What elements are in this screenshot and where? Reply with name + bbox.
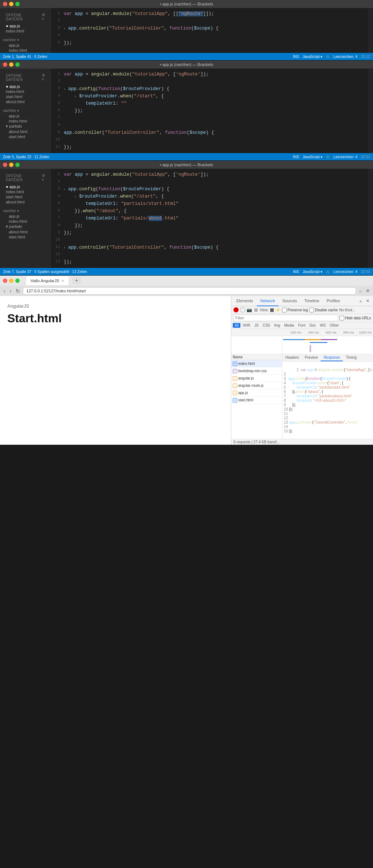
filter-font[interactable]: Font [296, 323, 307, 328]
disable-cache-label[interactable]: Disable cache [309, 308, 338, 312]
preserve-log-label[interactable]: Preserve log [282, 308, 308, 312]
devtools-close[interactable]: ✕ [364, 299, 372, 303]
maximize-button-1[interactable] [15, 2, 20, 6]
request-item-angular-route[interactable]: J angular-route.js [231, 382, 282, 389]
nachher-label-2[interactable]: nachher ▾ [0, 107, 51, 113]
sidebar-file-starthtml-3[interactable]: start.html [0, 194, 51, 199]
sidebar-partials-starthtml-3[interactable]: start.html [0, 234, 51, 240]
sidebar-file-indexhtml-1[interactable]: index.html [0, 28, 51, 34]
browser-traffic-lights [3, 279, 20, 283]
browser-maximize[interactable] [15, 279, 20, 283]
sidebar-file-abouthtml-2[interactable]: about.html [0, 99, 51, 104]
close-button-3[interactable] [3, 163, 7, 167]
minimize-button-1[interactable] [9, 2, 13, 6]
sidebar-file-starthtml-2[interactable]: start.html [0, 94, 51, 99]
preserve-log-checkbox[interactable] [282, 308, 287, 312]
tab-sources[interactable]: Sources [279, 296, 301, 306]
sidebar-partials-abouthtml-3[interactable]: about.html [0, 229, 51, 234]
settings-icon[interactable]: ≡ [365, 288, 371, 294]
minimize-button-3[interactable] [9, 163, 13, 167]
detail-tab-headers[interactable]: Headers [282, 354, 302, 361]
sidebar-nachher-indexhtml-1[interactable]: index.html [0, 48, 51, 53]
sidebar-file-appjs-3[interactable]: ● app.js [0, 184, 51, 189]
request-item-appjs[interactable]: J app.js [231, 389, 282, 397]
sidebar-file-appjs-2[interactable]: ● app.js [0, 84, 51, 89]
filter-doc[interactable]: Doc [307, 323, 318, 328]
filter-img[interactable]: Img [272, 323, 282, 328]
reload-button[interactable]: ↻ [14, 287, 21, 295]
status-warn-1[interactable]: ⚠ [326, 54, 330, 59]
sidebar-settings-2[interactable]: ⚙ ≡ [42, 73, 48, 81]
sidebar-partials-abouthtml-2[interactable]: about.html [0, 129, 51, 134]
detail-tab-response[interactable]: Response [321, 354, 343, 361]
filter-js[interactable]: JS [252, 323, 260, 328]
detail-tab-preview[interactable]: Preview [302, 354, 321, 361]
filter-other[interactable]: Other [328, 323, 341, 328]
camera-button[interactable]: 📷 [247, 307, 252, 312]
maximize-button-3[interactable] [15, 163, 20, 167]
sidebar-file-abouthtml-3[interactable]: about.html [0, 199, 51, 205]
browser-tab-close[interactable]: ✕ [61, 279, 64, 283]
maximize-button-2[interactable] [15, 62, 20, 67]
status-lang-3[interactable]: JavaScript ▾ [303, 270, 322, 274]
filter-toggle[interactable]: ⊡ [253, 307, 258, 312]
bookmark-icon[interactable]: ☆ [357, 288, 363, 294]
devtools-more[interactable]: » [357, 299, 364, 303]
grid-view-button[interactable]: ▦ [270, 307, 274, 312]
browser-close[interactable] [3, 279, 7, 283]
browser-minimize[interactable] [9, 279, 13, 283]
request-item-indexhtml[interactable]: H index.html [231, 360, 282, 367]
tab-timeline[interactable]: Timeline [301, 296, 323, 306]
new-tab-button[interactable]: + [72, 277, 81, 284]
browser-tab[interactable]: Hallo AngularJS ✕ [26, 276, 68, 285]
flame-view-button[interactable]: ⚡ [275, 308, 280, 312]
code-line-3-12: 12 [51, 251, 368, 258]
tab-profiles[interactable]: Profiles [323, 296, 344, 306]
back-button[interactable]: ‹ [2, 287, 7, 295]
request-item-starthtml[interactable]: H start.html [231, 397, 282, 404]
no-throttle[interactable]: No throt... [339, 308, 355, 312]
status-lang-2[interactable]: JavaScript ▾ [303, 155, 322, 159]
address-input[interactable] [23, 287, 356, 295]
sidebar-nachher-indexhtml-2[interactable]: index.html [0, 118, 51, 124]
sidebar-nachher-appjs-1[interactable]: app.js [0, 43, 51, 48]
network-filter-input[interactable] [233, 315, 338, 321]
tab-network[interactable]: Network [257, 296, 279, 306]
filter-all[interactable]: All [233, 323, 240, 328]
filter-css[interactable]: CSS [261, 323, 272, 328]
status-warn-2[interactable]: ⚠ [326, 155, 330, 159]
hide-data-urls-label[interactable]: Hide data URLs [339, 316, 371, 320]
sidebar-settings-3[interactable]: ⚙ ≡ [42, 174, 48, 182]
clear-button[interactable] [240, 307, 245, 312]
sidebar-file-indexhtml-3[interactable]: index.html [0, 189, 51, 194]
filter-media[interactable]: Media [282, 323, 296, 328]
sidebar-nachher-appjs-3[interactable]: app.js [0, 214, 51, 219]
forward-button[interactable]: › [8, 287, 13, 295]
nachher-label-1[interactable]: nachher ▾ [0, 36, 51, 43]
sidebar-file-appjs-1[interactable]: ● app.js [0, 23, 51, 28]
request-item-bootstrap[interactable]: C bootstrap.min.css [231, 367, 282, 375]
sidebar-settings-1[interactable]: ⚙ ≡ [42, 13, 48, 21]
sidebar-partials-label-2[interactable]: ▾ partials [0, 124, 51, 129]
sidebar-partials-starthtml-2[interactable]: start.html [0, 134, 51, 139]
status-lang-1[interactable]: JavaScript ▾ [303, 55, 322, 59]
filter-ws[interactable]: WS [318, 323, 327, 328]
detail-tab-timing[interactable]: Timing [343, 354, 360, 361]
sidebar-file-indexhtml-2[interactable]: index.html [0, 89, 51, 94]
sidebar-partials-label-3[interactable]: ▾ partials [0, 224, 51, 229]
request-item-angular[interactable]: J angular.js [231, 375, 282, 382]
req-icon-js-route: J [233, 384, 237, 388]
nachher-label-3[interactable]: nachher ▾ [0, 207, 51, 214]
hide-data-urls-checkbox[interactable] [339, 316, 344, 320]
sidebar-nachher-appjs-2[interactable]: app.js [0, 113, 51, 118]
open-files-label-3: Offene Dateien [3, 172, 42, 183]
record-button[interactable] [233, 307, 239, 312]
minimize-button-2[interactable] [9, 62, 13, 67]
status-warn-3[interactable]: ⚠ [326, 269, 330, 274]
close-button-1[interactable] [3, 2, 7, 6]
sidebar-nachher-indexhtml-3[interactable]: index.html [0, 219, 51, 224]
disable-cache-checkbox[interactable] [309, 308, 314, 312]
filter-xhr[interactable]: XHR [241, 323, 252, 328]
tab-elements[interactable]: Elements [233, 296, 257, 306]
close-button-2[interactable] [3, 62, 7, 67]
